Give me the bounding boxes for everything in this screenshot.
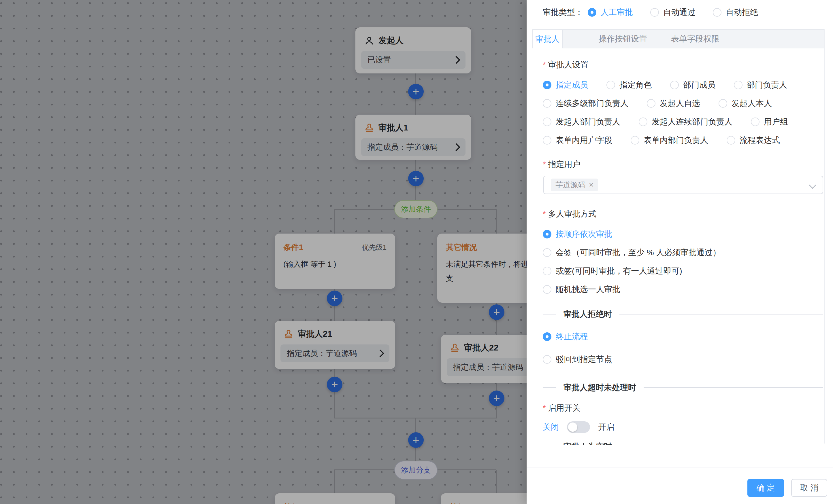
radio-countersign[interactable]: 会签（可同时审批，至少 % 人必须审批通过） — [543, 247, 720, 258]
confirm-button[interactable]: 确 定 — [747, 479, 784, 497]
radio-icon — [650, 8, 659, 17]
enable-switch-label: *启用开关 — [543, 403, 580, 413]
radio-orsign[interactable]: 或签(可同时审批，有一人通过即可) — [543, 266, 682, 276]
reject-option2: 驳回到指定节点 — [543, 354, 612, 365]
multi-approve-option4: 随机挑选一人审批 — [543, 284, 620, 295]
radio-icon — [751, 118, 760, 126]
approver-setting-row1: 指定成员 指定角色 部门成员 部门负责人 — [543, 79, 787, 91]
approver-setting-label: *审批人设置 — [543, 59, 589, 70]
cancel-button[interactable]: 取 消 — [791, 479, 827, 497]
radio-icon — [670, 81, 679, 89]
radio-icon — [543, 118, 551, 126]
radio-icon — [588, 8, 596, 17]
radio-assign-role[interactable]: 指定角色 — [606, 79, 652, 91]
radio-icon — [713, 8, 721, 17]
reject-section-title: 审批人拒绝时 — [564, 309, 612, 320]
reject-section-divider: 审批人拒绝时 — [543, 309, 823, 320]
approver-setting-row3: 发起人部门负责人 发起人连续部门负责人 用户组 — [543, 116, 788, 127]
approval-type-group: 人工审批 自动通过 自动拒绝 — [588, 7, 758, 18]
empty-approver-section-divider: 审批人为空时 — [543, 441, 823, 445]
user-tag: 芋道源码 × — [551, 179, 598, 191]
radio-random-one[interactable]: 随机挑选一人审批 — [543, 284, 620, 295]
tab-approver[interactable]: 审批人 — [532, 29, 563, 48]
radio-icon — [543, 285, 551, 294]
radio-dept-member[interactable]: 部门成员 — [670, 79, 715, 91]
radio-icon — [630, 136, 639, 145]
scrollbar-track[interactable] — [824, 29, 825, 444]
empty-approver-section-title: 审批人为空时 — [564, 441, 612, 445]
tag-close-icon[interactable]: × — [589, 181, 593, 189]
reject-option1: 终止流程 — [543, 331, 588, 342]
radio-starter-self[interactable]: 发起人本人 — [719, 98, 772, 109]
tab-button-settings[interactable]: 操作按钮设置 — [599, 30, 647, 48]
radio-icon — [606, 81, 615, 89]
radio-sequential-approve[interactable]: 按顺序依次审批 — [543, 229, 612, 240]
radio-icon — [543, 230, 551, 238]
chevron-down-icon — [809, 181, 816, 188]
radio-icon — [647, 99, 656, 108]
approver-settings-drawer: 审批类型： 人工审批 自动通过 自动拒绝 审批人 操作按钮设置 表单字段权限 *… — [527, 0, 833, 504]
radio-icon — [727, 136, 735, 145]
drawer-tabs: 审批人 操作按钮设置 表单字段权限 — [532, 29, 825, 48]
radio-icon — [543, 355, 551, 364]
radio-icon — [543, 332, 551, 341]
radio-flow-expression[interactable]: 流程表达式 — [727, 135, 780, 146]
multi-approve-option3: 或签(可同时审批，有一人通过即可) — [543, 266, 682, 276]
radio-icon — [543, 99, 551, 108]
timeout-enable-switch[interactable] — [567, 421, 590, 433]
timeout-enable-row: 关闭 开启 — [543, 421, 614, 433]
user-tag-label: 芋道源码 — [555, 180, 586, 190]
multi-approve-option2: 会签（可同时审批，至少 % 人必须审批通过） — [543, 247, 720, 258]
multi-approve-option1: 按顺序依次审批 — [543, 229, 612, 240]
radio-auto-reject[interactable]: 自动拒绝 — [713, 7, 758, 18]
radio-icon — [543, 81, 551, 89]
switch-on-label: 开启 — [598, 422, 614, 433]
switch-knob — [568, 423, 577, 432]
radio-icon — [543, 248, 551, 257]
approver-setting-row2: 连续多级部门负责人 发起人自选 发起人本人 — [543, 98, 772, 109]
radio-icon — [639, 118, 647, 126]
assign-user-label: *指定用户 — [543, 159, 580, 170]
radio-starter-select[interactable]: 发起人自选 — [647, 98, 700, 109]
approval-type-label: 审批类型： — [543, 7, 583, 18]
assign-user-select[interactable]: 芋道源码 × — [543, 176, 823, 194]
radio-assign-member[interactable]: 指定成员 — [543, 79, 588, 91]
timeout-section-divider: 审批人超时未处理时 — [543, 382, 823, 393]
timeout-section-title: 审批人超时未处理时 — [564, 382, 636, 393]
radio-icon — [734, 81, 742, 89]
radio-icon — [543, 136, 551, 145]
radio-starter-multi-dept-leader[interactable]: 发起人连续部门负责人 — [639, 116, 732, 127]
radio-icon — [543, 267, 551, 275]
tab-rest-bar: 操作按钮设置 表单字段权限 — [563, 29, 825, 48]
radio-user-group[interactable]: 用户组 — [751, 116, 788, 127]
radio-icon — [719, 99, 727, 108]
radio-return-to-node[interactable]: 驳回到指定节点 — [543, 354, 612, 365]
radio-manual-approve[interactable]: 人工审批 — [588, 7, 633, 18]
approval-flow-designer: 发起人 已设置 + 审批人1 指定成员：芋道源码 + 添加条件 — [0, 0, 833, 504]
radio-dept-leader[interactable]: 部门负责人 — [734, 79, 787, 91]
tab-form-field-permission[interactable]: 表单字段权限 — [671, 30, 719, 48]
approver-setting-row4: 表单内用户字段 表单内部门负责人 流程表达式 — [543, 135, 780, 146]
radio-form-dept-leader[interactable]: 表单内部门负责人 — [630, 135, 708, 146]
footer-divider — [527, 467, 833, 468]
radio-terminate-flow[interactable]: 终止流程 — [543, 331, 588, 342]
radio-auto-pass[interactable]: 自动通过 — [650, 7, 695, 18]
radio-multi-level-dept-leader[interactable]: 连续多级部门负责人 — [543, 98, 628, 109]
radio-starter-dept-leader[interactable]: 发起人部门负责人 — [543, 116, 620, 127]
switch-off-label: 关闭 — [543, 422, 559, 433]
radio-form-user-field[interactable]: 表单内用户字段 — [543, 135, 612, 146]
drawer-scroll-area[interactable]: 审批类型： 人工审批 自动通过 自动拒绝 审批人 操作按钮设置 表单字段权限 *… — [527, 0, 833, 445]
multi-approve-label: *多人审批方式 — [543, 208, 597, 220]
